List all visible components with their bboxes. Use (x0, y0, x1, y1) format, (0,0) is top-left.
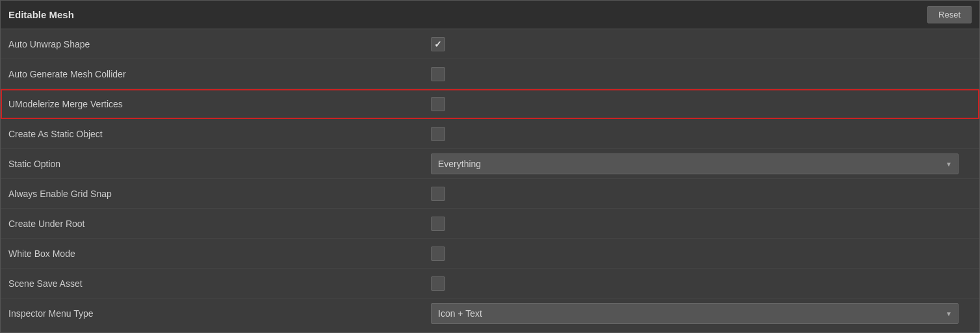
setting-row-inspector-menu-type: Inspector Menu TypeIcon + TextIcon OnlyT… (1, 299, 979, 328)
checkbox-create-under-root[interactable] (431, 217, 445, 231)
label-create-under-root: Create Under Root (8, 219, 431, 229)
setting-row-always-enable-grid-snap: Always Enable Grid Snap (1, 179, 979, 209)
panel-title: Editable Mesh (8, 9, 74, 20)
setting-row-create-under-root: Create Under Root (1, 209, 979, 239)
setting-row-static-option: Static OptionEverythingNothingContribute… (1, 149, 979, 179)
checkbox-scene-save-asset[interactable] (431, 276, 445, 291)
control-umodelerize-merge-vertices (431, 97, 972, 111)
label-always-enable-grid-snap: Always Enable Grid Snap (8, 189, 431, 199)
control-always-enable-grid-snap (431, 187, 972, 201)
control-auto-generate-mesh-collider (431, 67, 972, 81)
control-inspector-menu-type: Icon + TextIcon OnlyText Only (431, 303, 972, 324)
label-create-as-static-object: Create As Static Object (8, 129, 431, 139)
control-static-option: EverythingNothingContribute GIOccluder S… (431, 153, 972, 174)
panel-header: Editable Mesh Reset (1, 1, 979, 29)
label-auto-unwrap-shape: Auto Unwrap Shape (8, 39, 431, 49)
control-auto-unwrap-shape (431, 37, 972, 51)
control-scene-save-asset (431, 276, 972, 291)
label-static-option: Static Option (8, 159, 431, 169)
setting-row-scene-save-asset: Scene Save Asset (1, 269, 979, 299)
label-auto-generate-mesh-collider: Auto Generate Mesh Collider (8, 69, 431, 79)
select-wrapper-static-option: EverythingNothingContribute GIOccluder S… (431, 153, 959, 174)
label-umodelerize-merge-vertices: UModelerize Merge Vertices (8, 99, 431, 109)
setting-row-auto-generate-mesh-collider: Auto Generate Mesh Collider (1, 59, 979, 89)
panel-body: Auto Unwrap ShapeAuto Generate Mesh Coll… (1, 29, 979, 328)
checkbox-create-as-static-object[interactable] (431, 127, 445, 141)
editable-mesh-panel: Editable Mesh Reset Auto Unwrap ShapeAut… (0, 0, 980, 333)
checkbox-white-box-mode[interactable] (431, 246, 445, 261)
control-create-as-static-object (431, 127, 972, 141)
reset-button[interactable]: Reset (927, 6, 972, 23)
setting-row-umodelerize-merge-vertices: UModelerize Merge Vertices (1, 89, 979, 119)
checkbox-umodelerize-merge-vertices[interactable] (431, 97, 445, 111)
label-scene-save-asset: Scene Save Asset (8, 278, 431, 289)
label-inspector-menu-type: Inspector Menu Type (8, 308, 431, 319)
setting-row-auto-unwrap-shape: Auto Unwrap Shape (1, 29, 979, 59)
select-wrapper-inspector-menu-type: Icon + TextIcon OnlyText Only (431, 303, 959, 324)
label-white-box-mode: White Box Mode (8, 248, 431, 259)
control-create-under-root (431, 217, 972, 231)
checkbox-auto-unwrap-shape[interactable] (431, 37, 445, 51)
control-white-box-mode (431, 246, 972, 261)
checkbox-always-enable-grid-snap[interactable] (431, 187, 445, 201)
setting-row-create-as-static-object: Create As Static Object (1, 119, 979, 149)
setting-row-white-box-mode: White Box Mode (1, 239, 979, 269)
checkbox-auto-generate-mesh-collider[interactable] (431, 67, 445, 81)
select-static-option[interactable]: EverythingNothingContribute GIOccluder S… (431, 153, 959, 174)
select-inspector-menu-type[interactable]: Icon + TextIcon OnlyText Only (431, 303, 959, 324)
